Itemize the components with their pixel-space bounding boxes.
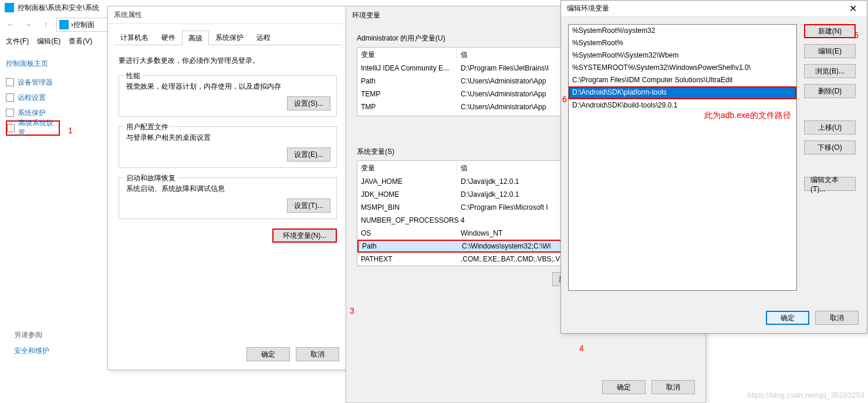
system-properties-dialog: 系统属性 计算机名 硬件 高级 系统保护 远程 要进行大多数更改，你必须作为管理…: [107, 6, 348, 370]
path-entry[interactable]: D:\Android\SDK\platform-tools: [569, 86, 796, 99]
cell-variable: TEMP: [357, 88, 457, 100]
back-icon[interactable]: ←: [4, 18, 18, 32]
control-panel-sidebar: 控制面板主页 设备管理器 远程设置 系统保护 高级系统设置: [6, 59, 100, 136]
menu-view[interactable]: 查看(V): [69, 36, 92, 46]
system-properties-title: 系统属性: [108, 6, 347, 24]
edit-env-var-footer: 确定 取消: [766, 311, 859, 325]
cell-variable: TMP: [357, 101, 457, 113]
environment-variables-button[interactable]: 环境变量(N)...: [272, 229, 337, 243]
edit-env-var-buttons: 新建(N) 编辑(E) 浏览(B)... 删除(D) 上移(U) 下移(O) 编…: [804, 24, 856, 291]
cell-variable: Path: [359, 240, 458, 252]
sidebar-head[interactable]: 控制面板主页: [6, 59, 100, 69]
env-vars-footer: 确定 取消: [602, 380, 695, 394]
edit-env-var-title: 编辑环境变量: [567, 4, 609, 14]
group-text: 视觉效果，处理器计划，内存使用，以及虚拟内存: [126, 82, 329, 92]
annotation-5: 5: [854, 31, 859, 40]
col-variable: 变量: [357, 162, 457, 175]
group-legend: 性能: [124, 71, 143, 81]
move-down-button[interactable]: 下移(O): [804, 140, 856, 155]
see-also: 另请参阅 安全和维护: [14, 330, 49, 356]
location-icon: [59, 20, 69, 29]
path-entry[interactable]: D:\Android\SDK\build-tools\29.0.1: [569, 99, 796, 112]
path-entry[interactable]: %SystemRoot%\System32\Wbem: [569, 49, 796, 62]
edit-env-var-body: %SystemRoot%\system32%SystemRoot%%System…: [561, 17, 867, 298]
path-entry[interactable]: %SYSTEMROOT%\System32\WindowsPowerShell\…: [569, 62, 796, 74]
forward-icon[interactable]: →: [21, 18, 35, 32]
sidebar-item-advanced-system[interactable]: 高级系统设置: [6, 120, 60, 136]
delete-entry-button[interactable]: 删除(D): [804, 84, 856, 98]
cell-variable: JAVA_HOME: [357, 176, 457, 187]
group-legend: 用户配置文件: [124, 122, 171, 132]
ok-button[interactable]: 确定: [602, 380, 646, 394]
tab-advanced[interactable]: 高级: [182, 31, 209, 45]
cell-variable: PATHEXT: [357, 253, 457, 265]
path-entries-list[interactable]: %SystemRoot%\system32%SystemRoot%%System…: [568, 24, 797, 291]
annotation-3: 3: [350, 306, 354, 315]
path-entry[interactable]: %SystemRoot%\system32: [569, 25, 796, 37]
sidebar-item-label: 高级系统设置: [18, 118, 59, 138]
edit-text-button[interactable]: 编辑文本(T)...: [804, 177, 856, 191]
settings-e-button[interactable]: 设置(E)...: [287, 147, 330, 162]
menu-file[interactable]: 文件(F): [6, 36, 29, 46]
sidebar-item-label: 设备管理器: [18, 78, 53, 88]
doc-icon: [6, 109, 14, 117]
cell-variable: Path: [357, 75, 457, 87]
annotation-6: 6: [562, 95, 567, 104]
new-entry-button[interactable]: 新建(N): [804, 24, 856, 38]
see-also-head: 另请参阅: [14, 330, 49, 340]
cell-variable: OS: [357, 227, 457, 239]
tab-hardware[interactable]: 硬件: [155, 30, 182, 45]
group-performance: 性能 视觉效果，处理器计划，内存使用，以及虚拟内存 设置(S)...: [119, 75, 337, 117]
cancel-button[interactable]: 取消: [815, 311, 859, 325]
group-text: 与登录帐户相关的桌面设置: [126, 133, 329, 143]
see-also-link[interactable]: 安全和维护: [14, 346, 49, 356]
edit-env-var-dialog: 编辑环境变量 ✕ %SystemRoot%\system32%SystemRoo…: [560, 0, 867, 334]
settings-t-button[interactable]: 设置(T)...: [287, 199, 330, 213]
system-properties-footer: 确定 取消: [246, 347, 339, 361]
group-legend: 启动和故障恢复: [124, 173, 178, 183]
cancel-button[interactable]: 取消: [296, 347, 339, 361]
group-startup: 启动和故障恢复 系统启动、系统故障和调试信息 设置(T)...: [119, 177, 337, 219]
group-text: 系统启动、系统故障和调试信息: [126, 184, 329, 194]
doc-icon: [7, 124, 15, 132]
path-entry[interactable]: C:\Program Files\IDM Computer Solutions\…: [569, 74, 796, 86]
move-up-button[interactable]: 上移(U): [804, 120, 856, 135]
annotation-1: 1: [68, 126, 73, 135]
sidebar-item-label: 远程设置: [18, 93, 46, 103]
system-properties-tabs: 计算机名 硬件 高级 系统保护 远程: [114, 30, 342, 45]
ok-button[interactable]: 确定: [246, 347, 290, 361]
explorer-title-text: 控制面板\系统和安全\系统: [18, 3, 99, 13]
doc-icon: [6, 78, 14, 86]
sidebar-item-remote[interactable]: 远程设置: [6, 90, 100, 105]
group-user-profile: 用户配置文件 与登录帐户相关的桌面设置 设置(E)...: [119, 126, 337, 168]
control-panel-icon: [5, 3, 14, 12]
browse-button[interactable]: 浏览(B)...: [804, 64, 856, 78]
menu-edit[interactable]: 编辑(E): [37, 36, 60, 46]
doc-icon: [6, 93, 14, 102]
cell-variable: MSMPI_BIN: [357, 201, 457, 213]
path-entry[interactable]: %SystemRoot%: [569, 37, 796, 49]
ok-button[interactable]: 确定: [766, 311, 809, 325]
annotation-note: 此为adb.exe的文件路径: [704, 110, 791, 121]
col-variable: 变量: [357, 48, 457, 62]
cell-variable: NUMBER_OF_PROCESSORS: [357, 214, 457, 226]
sidebar-item-device-manager[interactable]: 设备管理器: [6, 75, 100, 90]
settings-s-button[interactable]: 设置(S)...: [287, 96, 330, 110]
sidebar-item-label: 系统保护: [18, 108, 46, 118]
admin-note: 要进行大多数更改，你必须作为管理员登录。: [119, 56, 337, 66]
cell-variable: JDK_HOME: [357, 189, 457, 200]
tab-remote[interactable]: 远程: [250, 30, 277, 45]
watermark: https://blog.csdn.net/qq_35283253: [748, 391, 865, 399]
close-icon[interactable]: ✕: [842, 2, 863, 16]
location-text: 控制面: [73, 20, 94, 30]
cell-variable: IntelliJ IDEA Community E...: [357, 62, 457, 74]
tab-system-protect[interactable]: 系统保护: [209, 30, 250, 45]
edit-env-var-titlebar: 编辑环境变量 ✕: [561, 1, 867, 17]
cancel-button[interactable]: 取消: [651, 380, 695, 394]
system-properties-body: 要进行大多数更改，你必须作为管理员登录。 性能 视觉效果，处理器计划，内存使用，…: [108, 45, 347, 250]
edit-entry-button[interactable]: 编辑(E): [804, 44, 856, 58]
tab-computer-name[interactable]: 计算机名: [114, 30, 155, 45]
annotation-4: 4: [579, 344, 584, 353]
up-icon[interactable]: ↑: [39, 18, 53, 32]
